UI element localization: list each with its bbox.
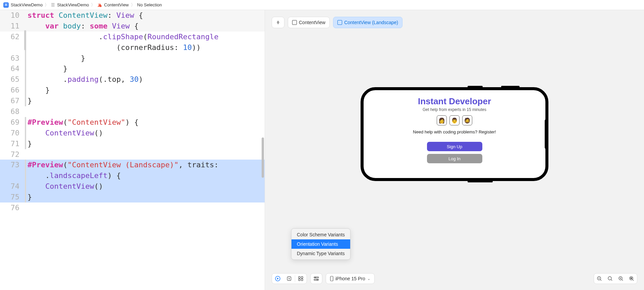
fold-ribbon [24,170,28,181]
pin-button[interactable] [272,17,284,28]
line-number [0,42,24,53]
line-number: 75 [0,192,24,202]
code-text: var body: some View { [28,21,265,32]
live-preview-button[interactable] [272,274,283,284]
breadcrumb-project[interactable]: StackViewDemo [11,2,43,7]
variants-color-scheme[interactable]: Color Scheme Variants [291,230,350,239]
code-line[interactable]: 71} [0,138,265,149]
code-text: .landscapeLeft) { [28,170,265,181]
tab-label: ContentView (Landscape) [344,20,398,25]
preview-tab-landscape[interactable]: ContentView (Landscape) [333,17,402,28]
code-editor[interactable]: 10struct ContentView: View {11 var body:… [0,10,265,290]
breadcrumb-selection[interactable]: No Selection [137,2,162,7]
line-number: 62 [0,32,24,42]
folder-icon: ☰ [51,2,55,7]
code-line[interactable]: 65 .padding(.top, 30) [0,74,265,85]
code-line[interactable]: 11 var body: some View { [0,21,265,32]
code-line[interactable]: 73#Preview("ContentView (Landscape)", tr… [0,160,265,170]
fold-ribbon [24,21,28,32]
code-line[interactable]: 63 } [0,53,265,64]
code-line[interactable]: 64 } [0,63,265,74]
code-line[interactable]: 10struct ContentView: View { [0,10,265,21]
svg-point-9 [317,279,318,280]
tab-label: ContentView [299,20,325,25]
svg-rect-2 [299,277,300,278]
zoom-fit-button[interactable] [626,274,637,284]
variants-orientation[interactable]: Orientation Variants [291,239,350,249]
fold-ribbon [24,53,28,64]
code-line[interactable]: 76 [0,202,265,213]
svg-point-12 [608,277,611,280]
code-line[interactable]: (cornerRadius: 10)) [0,42,265,53]
variants-button[interactable] [295,274,307,284]
zoom-fit-icon [629,276,634,281]
login-button[interactable]: Log In [427,154,482,163]
breadcrumb-file[interactable]: ContentView [104,2,128,7]
grid-icon [298,276,304,281]
fold-ribbon [24,117,28,128]
fold-ribbon [24,202,28,213]
device-icon [292,20,297,25]
code-text: } [28,192,265,202]
swift-icon [97,3,102,7]
code-text: } [28,63,265,74]
variants-dynamic-type[interactable]: Dynamic Type Variants [291,249,350,258]
variants-menu: Color Scheme Variants Orientation Varian… [291,228,351,260]
breadcrumb-folder[interactable]: StackViewDemo [57,2,89,7]
device-name: iPhone 15 Pro [335,276,365,281]
line-number: 65 [0,74,24,85]
zoom-in-button[interactable] [615,274,626,284]
code-text [28,106,265,117]
minimap-thumb[interactable] [24,30,26,50]
code-line[interactable]: 68 [0,106,265,117]
preview-tab-contentview[interactable]: ContentView [288,17,330,28]
code-line[interactable]: .landscapeLeft) { [0,170,265,181]
device-selector[interactable]: iPhone 15 Pro ⌄ [326,273,375,284]
code-text: } [28,85,265,96]
zoom-controls [594,273,637,284]
sliders-icon [314,276,319,281]
device-preview[interactable]: Instant Developer Get help from experts … [361,87,548,181]
signup-button[interactable]: Sign Up [427,142,482,151]
code-text: ContentView() [28,128,265,138]
code-text: } [28,138,265,149]
code-line[interactable]: 72 [0,149,265,160]
breadcrumb-separator: 〉 [131,2,135,8]
code-text: #Preview("ContentView") { [28,117,265,128]
line-number: 76 [0,202,24,213]
svg-rect-10 [330,276,333,281]
line-number: 70 [0,128,24,138]
fold-ribbon [24,138,28,149]
selectable-preview-button[interactable] [283,274,295,284]
chevron-down-icon: ⌄ [367,277,370,281]
code-line[interactable]: 74 ContentView() [0,181,265,192]
avatar: 🧔 [462,115,472,125]
preview-canvas: ContentView ContentView (Landscape) Inst… [265,10,644,290]
code-text: #Preview("ContentView (Landscape)", trai… [28,160,265,170]
fold-ribbon [24,192,28,202]
fold-ribbon [24,160,28,170]
editor-scrollbar[interactable] [262,137,264,178]
code-text: (cornerRadius: 10)) [28,42,265,53]
svg-rect-6 [314,277,319,278]
code-line[interactable]: 70 ContentView() [0,128,265,138]
code-line[interactable]: 62 .clipShape(RoundedRectangle [0,32,265,42]
code-line[interactable]: 67} [0,96,265,106]
code-line[interactable]: 66 } [0,85,265,96]
device-settings-button[interactable] [310,273,322,284]
code-text: struct ContentView: View { [28,10,265,21]
fold-ribbon [24,74,28,85]
zoom-actual-button[interactable] [605,274,615,284]
app-tagline: Need help with coding problems? Register… [413,129,496,134]
play-icon [275,276,280,281]
line-number: 73 [0,160,24,170]
line-number: 68 [0,106,24,117]
code-line[interactable]: 69#Preview("ContentView") { [0,117,265,128]
fold-ribbon [24,106,28,117]
line-number: 69 [0,117,24,128]
line-number: 63 [0,53,24,64]
zoom-out-button[interactable] [594,274,605,284]
zoom-reset-icon [607,276,613,281]
zoom-out-icon [597,276,602,281]
code-line[interactable]: 75} [0,192,265,202]
